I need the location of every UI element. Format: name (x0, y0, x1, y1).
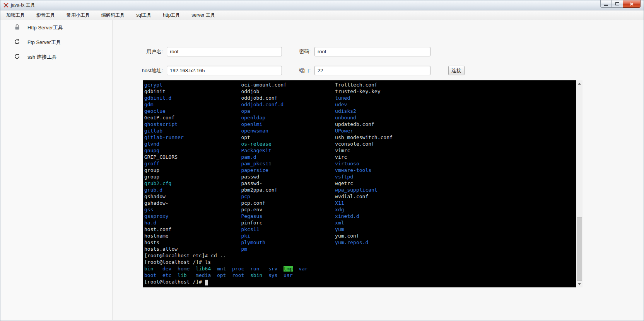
scroll-down-button[interactable] (576, 281, 583, 287)
sidebar-item-label: ssh 连接工具 (27, 54, 57, 61)
sidebar-item-label: Ftp Server工具 (27, 39, 61, 46)
password-input[interactable] (314, 47, 430, 56)
menubar: 加密工具 影音工具 常用小工具 编解码工具 sql工具 http工具 serve… (0, 10, 644, 20)
menu-item-server-tools[interactable]: server 工具 (186, 10, 221, 20)
menu-item-encryption-tools[interactable]: 加密工具 (0, 10, 31, 20)
sidebar-item-ssh[interactable]: ssh 连接工具 (0, 51, 113, 63)
menu-item-media-tools[interactable]: 影音工具 (31, 10, 61, 20)
scroll-up-button[interactable] (576, 80, 583, 87)
window-controls (600, 0, 641, 8)
username-input[interactable] (167, 47, 282, 56)
sidebar-item-http-server[interactable]: Http Server工具 (0, 22, 113, 33)
terminal[interactable]: gcrypt oci-umount.conf Trolltech.conf gd… (143, 80, 583, 287)
sidebar: Http Server工具 Ftp Server工具 ssh 连接工具 (0, 20, 113, 320)
close-button[interactable] (623, 0, 641, 8)
maximize-icon (615, 2, 619, 5)
arrow-up-icon (578, 83, 581, 85)
port-input[interactable] (314, 66, 430, 75)
terminal-scrollbar[interactable] (576, 80, 583, 287)
app-icon (3, 2, 9, 8)
password-label: 密码: (289, 47, 311, 56)
port-label: 端口: (289, 66, 311, 75)
minimize-icon (604, 5, 608, 6)
host-input[interactable] (167, 66, 282, 75)
sidebar-item-label: Http Server工具 (27, 24, 63, 31)
close-icon (630, 2, 634, 6)
window-title: java-fx 工具 (11, 2, 35, 8)
titlebar[interactable]: java-fx 工具 (0, 0, 644, 10)
minimize-button[interactable] (600, 0, 612, 8)
arrow-down-icon (578, 283, 581, 285)
sync-icon (14, 53, 20, 61)
host-label: host地址: (128, 66, 163, 75)
username-label: 用户名: (132, 47, 163, 56)
scrollbar-thumb[interactable] (577, 217, 582, 281)
menu-item-common-tools[interactable]: 常用小工具 (61, 10, 96, 20)
app-window: java-fx 工具 加密工具 影音工具 常用小工具 编解码工具 sql工具 h… (0, 0, 644, 321)
maximize-button[interactable] (612, 0, 623, 8)
sidebar-item-ftp-server[interactable]: Ftp Server工具 (0, 36, 113, 48)
sync-icon (14, 39, 20, 46)
menu-item-sql-tools[interactable]: sql工具 (130, 10, 157, 20)
menu-item-http-tools[interactable]: http工具 (157, 10, 186, 20)
terminal-output: gcrypt oci-umount.conf Trolltech.conf gd… (143, 80, 576, 287)
lock-icon (14, 24, 20, 32)
menu-item-codec-tools[interactable]: 编解码工具 (96, 10, 130, 20)
connect-button[interactable]: 连接 (448, 66, 465, 75)
